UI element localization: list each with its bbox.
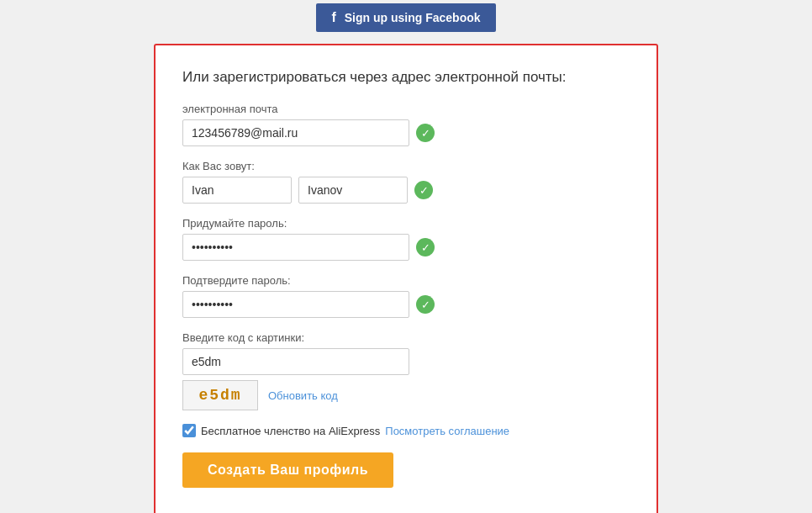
captcha-image-text: e5dm [198,387,241,404]
captcha-field-group: Введите код с картинки: e5dm Обновить ко… [182,331,630,410]
confirm-valid-icon: ✓ [416,295,435,314]
email-input[interactable] [182,119,409,146]
password-input[interactable] [182,234,409,261]
password-label: Придумайте пароль: [182,217,630,230]
password-valid-icon: ✓ [416,238,435,256]
captcha-label: Введите код с картинки: [182,331,630,344]
membership-row: Бесплатное членство на AliExpress Посмот… [182,424,630,437]
form-title: Или зарегистрироваться через адрес элект… [182,69,630,86]
email-label: электронная почта [182,103,630,115]
name-valid-icon: ✓ [414,181,433,199]
lastname-input[interactable] [298,177,408,204]
captcha-input-row [182,348,630,375]
email-row: ✓ [182,119,630,146]
confirm-field-group: Подтвердите пароль: ✓ [182,274,630,318]
captcha-image-row: e5dm Обновить код [182,380,630,410]
password-row: ✓ [182,234,630,261]
confirm-input[interactable] [182,291,409,318]
membership-checkbox[interactable] [182,424,196,437]
page-wrapper: f Sign up using Facebook Или зарегистрир… [0,0,812,513]
confirm-row: ✓ [182,291,630,318]
name-label: Как Вас зовут: [182,160,630,172]
captcha-image: e5dm [182,380,258,410]
facebook-button-label: Sign up using Facebook [345,11,481,24]
name-field-group: Как Вас зовут: ✓ [182,160,630,204]
email-field-group: электронная почта ✓ [182,103,630,146]
password-field-group: Придумайте пароль: ✓ [182,217,630,261]
registration-form: Или зарегистрироваться через адрес элект… [154,44,658,513]
firstname-input[interactable] [182,177,292,204]
agreement-link[interactable]: Посмотреть соглашение [385,425,509,437]
confirm-label: Подтвердите пароль: [182,274,630,287]
facebook-signup-button[interactable]: f Sign up using Facebook [316,3,495,32]
submit-button[interactable]: Создать Ваш профиль [182,452,393,488]
captcha-input[interactable] [182,348,409,375]
refresh-captcha-link[interactable]: Обновить код [268,389,338,402]
name-row: ✓ [182,177,630,204]
email-valid-icon: ✓ [416,124,435,142]
facebook-icon: f [331,10,335,25]
membership-text: Бесплатное членство на AliExpress [201,425,380,437]
